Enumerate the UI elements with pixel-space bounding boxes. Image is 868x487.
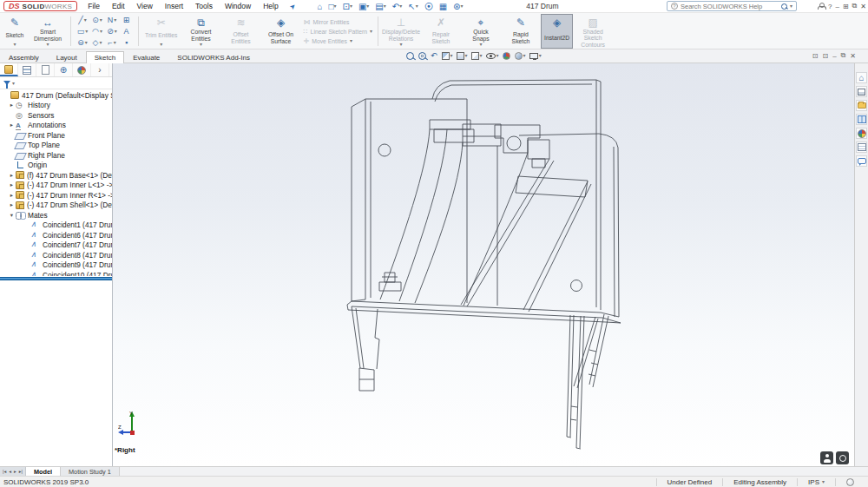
view-orientation-icon[interactable]: ▾	[457, 52, 468, 60]
ribbon-tab[interactable]: Assembly	[0, 51, 48, 63]
menu-item[interactable]: Window	[219, 2, 257, 10]
panel-expand-tab[interactable]	[91, 63, 109, 76]
tree-row[interactable]: Sensors	[0, 110, 112, 121]
slot-icon[interactable]: ⊖▾	[76, 37, 89, 48]
select-button[interactable]: ↖▾	[405, 1, 420, 12]
undo-button[interactable]: ↶▾	[390, 1, 404, 12]
ellipse-icon[interactable]: ⊘▾	[105, 26, 119, 36]
rectangle-icon[interactable]: ▭▾	[76, 26, 89, 36]
home-button[interactable]: ⌂	[314, 1, 325, 12]
tree-row[interactable]: Coincident8 (417 Drum Inner	[0, 250, 112, 260]
tab-scroll-arrow-icon[interactable]: ◂	[8, 469, 12, 474]
user-icon[interactable]	[818, 3, 825, 10]
minimize-button[interactable]: –	[835, 3, 838, 10]
section-view-icon[interactable]: ▾	[442, 52, 453, 60]
search-options-caret[interactable]: ▾	[790, 3, 792, 9]
status-units[interactable]: IPS▾	[797, 478, 835, 486]
ribbon-button[interactable]: ≋ Offset Entities	[221, 14, 261, 49]
new-document-button[interactable]: □▾	[326, 1, 339, 12]
tree-row[interactable]: ▸ (-) 417 Drum Inner L<1> ->? (Def	[0, 181, 112, 191]
doc-tile-icon[interactable]: ⊡	[812, 52, 819, 60]
arc-icon[interactable]: ◠▾	[90, 26, 104, 36]
custom-properties-icon[interactable]	[856, 141, 867, 153]
help-button[interactable]: ?	[828, 3, 832, 10]
print-button[interactable]: ▤▾	[372, 1, 388, 12]
ribbon-stack-button[interactable]: ∷Linear Sketch Pattern▾	[304, 28, 372, 36]
print3d-icon[interactable]	[856, 86, 867, 97]
study-tab[interactable]: Motion Study 1	[61, 467, 120, 476]
maximize-button[interactable]: ⊞	[843, 3, 849, 10]
ribbon-tab[interactable]: Layout	[48, 51, 86, 63]
open-button[interactable]: ⊡▾	[339, 1, 354, 12]
sketch-3d-icon[interactable]: ⊞	[120, 15, 134, 25]
search-icon[interactable]	[781, 3, 787, 10]
open-file-icon[interactable]	[856, 100, 867, 111]
ribbon-button[interactable]: ✎ Rapid Sketch	[501, 14, 541, 49]
ribbon-button[interactable]: ⧉ Convert Entities ▾	[181, 14, 221, 49]
point-icon[interactable]: ▪	[120, 37, 134, 48]
configuration-manager-tab[interactable]	[36, 63, 55, 76]
tree-row[interactable]: Right Plane	[0, 150, 112, 161]
view-settings-icon[interactable]: ▾	[529, 53, 542, 59]
polygon-icon[interactable]: ◇▾	[90, 37, 104, 48]
user-notification-button[interactable]	[820, 451, 833, 464]
apply-scene-icon[interactable]: ▾	[515, 52, 526, 60]
help-search-box[interactable]: ? Search SOLIDWORKS Help ▾	[667, 1, 797, 11]
hide-show-items-icon[interactable]: ▾	[486, 53, 499, 59]
tab-scroll-arrow-icon[interactable]: ▸|	[18, 469, 23, 474]
ribbon-button[interactable]: ◈ Offset On Surface	[261, 14, 301, 49]
ribbon-button[interactable]: ⊥ Display/Delete Relations ▾	[381, 14, 421, 49]
menu-item[interactable]: File	[82, 2, 106, 10]
menu-item[interactable]: Insert	[159, 2, 189, 10]
doc-restore-button[interactable]: ⧉	[841, 51, 846, 60]
feature-manager-tab[interactable]	[0, 63, 18, 76]
tab-scroll-arrow-icon[interactable]: ▸	[13, 469, 17, 474]
tree-row[interactable]: ▸ (-) 417 Drum Inner R<1> ->? (Def	[0, 190, 112, 201]
save-button[interactable]: ▣▾	[356, 1, 372, 12]
tree-row[interactable]: Coincident6 (417 Drum Inner	[0, 230, 112, 240]
ribbon-button[interactable]: ✂ Trim Entities ▾	[141, 14, 181, 49]
menu-item[interactable]: Edit	[106, 2, 131, 10]
tree-row[interactable]: Front Plane	[0, 130, 112, 141]
tree-row[interactable]: Coincident7 (417 Drum Inner	[0, 240, 112, 251]
pin-icon[interactable]: ➤	[287, 1, 297, 10]
wireframe-model[interactable]	[113, 63, 854, 466]
dimxpert-tab[interactable]	[55, 63, 73, 76]
line-icon[interactable]: ╱▾	[76, 15, 89, 25]
text-icon[interactable]: A	[120, 26, 134, 36]
ribbon-button[interactable]: ✗ Repair Sketch	[421, 14, 461, 49]
edit-appearance-icon[interactable]	[503, 52, 511, 60]
ribbon-tab[interactable]: SOLIDWORKS Add-Ins	[168, 51, 259, 63]
design-library-icon[interactable]	[856, 114, 867, 125]
ribbon-button[interactable]: ↔ Smart Dimension ▾	[28, 14, 68, 49]
graphics-viewport[interactable]: Y Z *Right	[113, 63, 854, 466]
tree-row[interactable]: ▸ (-) 417 Drum Shell<1> (Default<<	[0, 201, 112, 211]
tree-row[interactable]: Coincident1 (417 Drum Base<	[0, 220, 112, 231]
menu-item[interactable]: Help	[257, 2, 284, 10]
tree-row[interactable]: ▸ (f) 417 Drum Base<1> (Default<<	[0, 170, 112, 181]
menu-item[interactable]: View	[131, 2, 159, 10]
doc-cascade-icon[interactable]: ⊡	[822, 52, 828, 60]
ribbon-stack-button[interactable]: ⋈Mirror Entities	[304, 18, 372, 26]
ribbon-button[interactable]: ⌖ Quick Snaps ▾	[461, 14, 501, 49]
ribbon-button[interactable]: ✎ Sketch ▾	[2, 14, 28, 49]
ribbon-stack-button[interactable]: ✛Move Entities▾	[304, 37, 372, 45]
zoom-to-area-icon[interactable]	[418, 52, 427, 60]
tree-row[interactable]: ▸ History	[0, 101, 112, 111]
close-button[interactable]: ✕	[860, 3, 866, 10]
doc-minimize-button[interactable]: –	[832, 52, 836, 60]
ribbon-tab[interactable]: Evaluate	[124, 51, 168, 63]
tree-row[interactable]: ▸ Annotations	[0, 121, 112, 131]
tree-row[interactable]: 417 Drum (Default<Display State-1>)	[0, 90, 112, 101]
fillet-icon[interactable]: ⌐▾	[105, 37, 119, 48]
tree-row[interactable]: Top Plane	[0, 141, 112, 151]
record-status-button[interactable]	[836, 451, 849, 464]
menu-item[interactable]: Tools	[189, 2, 219, 10]
home-icon[interactable]	[856, 72, 867, 83]
restore-button[interactable]: ⧉	[852, 2, 858, 10]
doc-close-button[interactable]: ✕	[850, 52, 856, 60]
previous-view-icon[interactable]	[431, 51, 438, 60]
forum-icon[interactable]	[856, 155, 867, 167]
tree-row[interactable]: ▾ Mates	[0, 210, 112, 220]
ribbon-button[interactable]: ◈ Instant2D	[541, 14, 573, 49]
